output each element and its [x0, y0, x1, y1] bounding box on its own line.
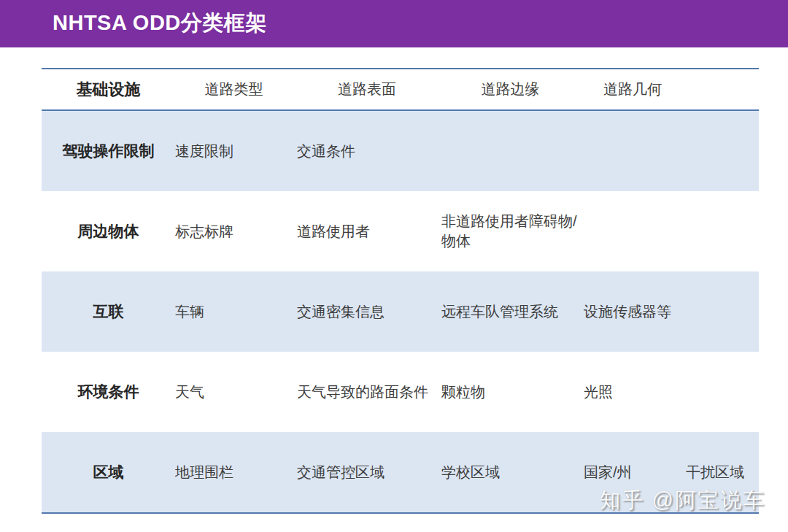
table-row: 周边物体 标志标牌 道路使用者 非道路使用者障碍物/物体	[42, 191, 759, 271]
table-cell: 地理围栏	[175, 463, 297, 482]
header-cell: 道路边缘	[441, 80, 584, 99]
table-cell: 非道路使用者障碍物/物体	[441, 212, 584, 251]
row-category-cell: 区域	[42, 462, 175, 482]
table-row: 互联 车辆 交通密集信息 远程车队管理系统 设施传感器等	[42, 271, 759, 352]
table-cell: 道路使用者	[297, 222, 441, 242]
header-category-cell: 基础设施	[42, 79, 175, 101]
table-cell: 速度限制	[175, 142, 297, 161]
table-cell: 标志标牌	[175, 222, 297, 242]
header-cell: 道路类型	[175, 80, 297, 99]
table-row: 环境条件 天气 天气导致的路面条件 颗粒物 光照	[42, 352, 759, 432]
odd-classification-table: 基础设施 道路类型 道路表面 道路边缘 道路几何 驾驶操作限制 速度限制 交通条…	[42, 68, 759, 514]
row-category-cell: 驾驶操作限制	[42, 141, 175, 161]
table-cell: 光照	[584, 382, 686, 402]
table-cell: 颗粒物	[441, 382, 584, 402]
table-cell: 交通密集信息	[297, 302, 441, 322]
table-cell: 干扰区域	[686, 463, 759, 482]
row-category-cell: 互联	[42, 301, 175, 322]
table-cell: 远程车队管理系统	[441, 302, 584, 322]
table-cell: 车辆	[175, 302, 297, 322]
slide-canvas: NHTSA ODD分类框架 基础设施 道路类型 道路表面 道路边缘 道路几何 驾…	[0, 0, 788, 532]
watermark: 知乎 @阿宝说车	[600, 486, 766, 515]
table-cell: 交通条件	[297, 142, 441, 161]
page-title: NHTSA ODD分类框架	[53, 0, 267, 46]
table-cell: 国家/州	[584, 463, 686, 482]
header-cell: 道路几何	[584, 80, 686, 99]
header-cell: 道路表面	[297, 80, 441, 99]
table-cell: 学校区域	[441, 463, 584, 482]
table-cell: 设施传感器等	[584, 302, 686, 322]
table-header-row: 基础设施 道路类型 道路表面 道路边缘 道路几何	[42, 69, 759, 111]
row-category-cell: 周边物体	[42, 221, 175, 242]
title-bar: NHTSA ODD分类框架	[0, 0, 788, 47]
table-cell: 天气导致的路面条件	[297, 382, 441, 402]
row-category-cell: 环境条件	[42, 382, 175, 402]
table-cell: 天气	[175, 382, 297, 402]
table-row: 驾驶操作限制 速度限制 交通条件	[42, 111, 759, 191]
table-cell: 交通管控区域	[297, 463, 441, 482]
